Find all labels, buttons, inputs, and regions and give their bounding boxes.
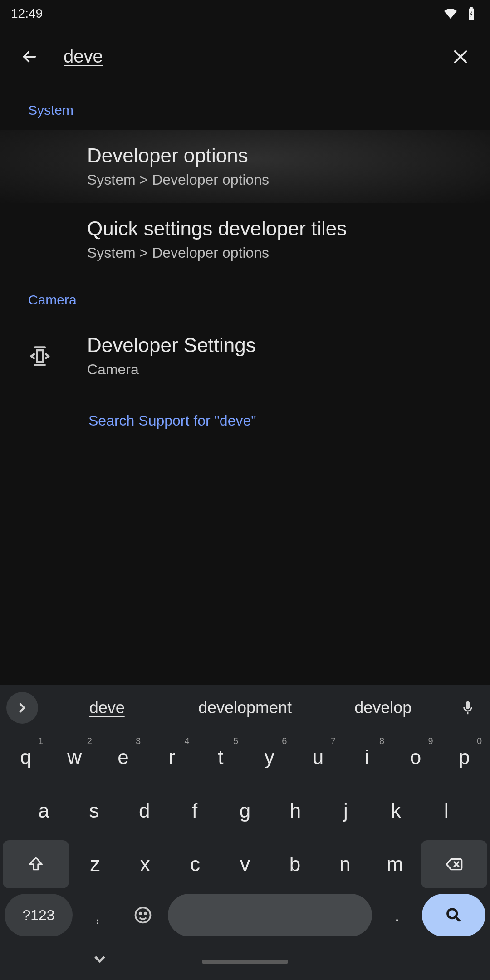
developer-icon (28, 344, 52, 368)
svg-point-2 (145, 913, 147, 915)
search-input[interactable] (64, 46, 445, 67)
key-h[interactable]: h (271, 787, 319, 835)
svg-point-1 (140, 913, 142, 915)
key-o[interactable]: o9 (392, 733, 438, 781)
symbols-key[interactable]: ?123 (5, 894, 73, 936)
chevron-down-icon (91, 950, 109, 968)
key-v[interactable]: v (221, 840, 269, 888)
wifi-icon (443, 6, 458, 21)
home-gesture-pill[interactable] (202, 960, 288, 964)
key-i[interactable]: i8 (344, 733, 390, 781)
key-a[interactable]: a (20, 787, 68, 835)
result-title: Developer options (87, 144, 269, 167)
backspace-key[interactable] (421, 840, 487, 888)
arrow-back-icon (20, 47, 39, 66)
status-time: 12:49 (11, 6, 43, 21)
result-subtitle: Camera (87, 361, 256, 378)
back-button[interactable] (14, 41, 45, 73)
shift-key[interactable] (3, 840, 69, 888)
result-title: Developer Settings (87, 334, 256, 357)
key-d[interactable]: d (121, 787, 168, 835)
result-subtitle: System > Developer options (87, 172, 269, 188)
key-r[interactable]: r4 (149, 733, 195, 781)
key-row-2: asdfghjkl (0, 784, 490, 838)
key-z[interactable]: z (72, 840, 119, 888)
hide-keyboard-button[interactable] (91, 950, 109, 970)
battery-icon (464, 6, 479, 21)
emoji-icon (133, 905, 153, 925)
close-icon (451, 47, 470, 66)
key-f[interactable]: f (171, 787, 219, 835)
result-title: Quick settings developer tiles (87, 217, 347, 240)
key-u[interactable]: u7 (295, 733, 341, 781)
search-header (0, 27, 490, 86)
key-j[interactable]: j (322, 787, 369, 835)
comma-key[interactable]: , (77, 894, 118, 936)
suggestion-bar: deve development develop (0, 685, 490, 730)
shift-icon (27, 855, 45, 873)
backspace-icon (445, 855, 463, 873)
svg-point-0 (136, 908, 151, 923)
key-w[interactable]: w2 (51, 733, 97, 781)
search-icon (445, 906, 463, 924)
key-c[interactable]: c (172, 840, 219, 888)
suggestion[interactable]: development (176, 698, 314, 717)
clear-search-button[interactable] (445, 41, 476, 73)
emoji-key[interactable] (122, 894, 163, 936)
key-t[interactable]: t5 (198, 733, 244, 781)
key-k[interactable]: k (372, 787, 420, 835)
svg-point-3 (448, 909, 457, 918)
key-e[interactable]: e3 (100, 733, 146, 781)
suggestion[interactable]: develop (314, 698, 452, 717)
chevron-right-icon (15, 700, 30, 715)
status-icons (443, 6, 479, 21)
search-support-link[interactable]: Search Support for "deve" (0, 392, 490, 429)
key-s[interactable]: s (70, 787, 118, 835)
key-n[interactable]: n (321, 840, 368, 888)
status-bar: 12:49 (0, 0, 490, 27)
search-result[interactable]: Developer Settings Camera (0, 319, 490, 392)
key-row-1: q1w2e3r4t5y6u7i8o9p0 (0, 730, 490, 784)
key-m[interactable]: m (371, 840, 418, 888)
section-header-system: System (0, 86, 490, 130)
navigation-bar (0, 944, 490, 980)
key-l[interactable]: l (422, 787, 470, 835)
key-row-bottom: ?123 , . (0, 891, 490, 939)
key-b[interactable]: b (271, 840, 318, 888)
keyboard: deve development develop q1w2e3r4t5y6u7i… (0, 685, 490, 980)
result-subtitle: System > Developer options (87, 245, 347, 261)
key-row-3: zxcvbnm (0, 838, 490, 891)
space-key[interactable] (168, 894, 372, 936)
period-key[interactable]: . (377, 894, 417, 936)
key-g[interactable]: g (221, 787, 269, 835)
key-x[interactable]: x (122, 840, 169, 888)
search-enter-key[interactable] (422, 894, 485, 936)
mic-icon (460, 700, 475, 715)
search-result[interactable]: Quick settings developer tiles System > … (0, 203, 490, 276)
key-y[interactable]: y6 (246, 733, 292, 781)
key-p[interactable]: p0 (441, 733, 487, 781)
search-result[interactable]: Developer options System > Developer opt… (0, 130, 490, 203)
section-header-camera: Camera (0, 276, 490, 319)
expand-suggestions-button[interactable] (6, 692, 38, 724)
key-q[interactable]: q1 (3, 733, 49, 781)
voice-input-button[interactable] (452, 692, 484, 724)
suggestion[interactable]: deve (38, 698, 176, 717)
